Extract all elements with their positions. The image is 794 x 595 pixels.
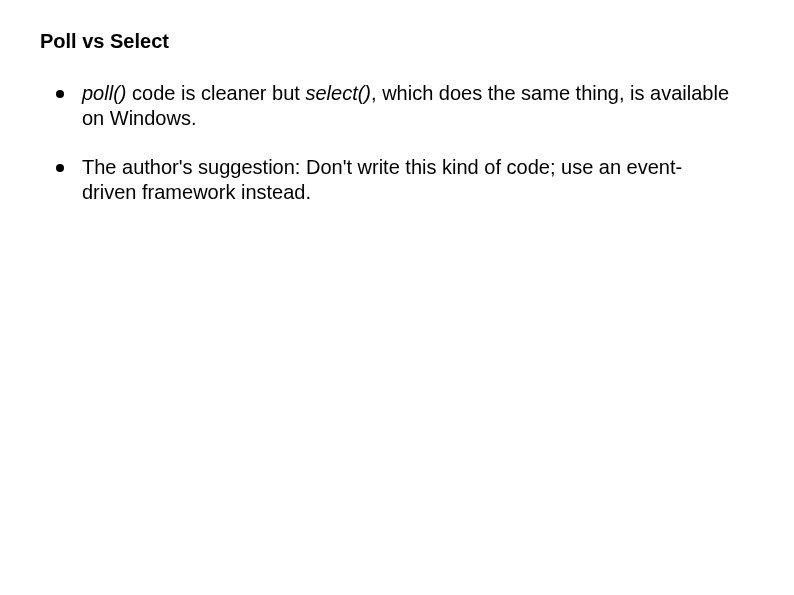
list-item: poll() code is cleaner but select(), whi… (56, 81, 734, 131)
text-run: select() (305, 82, 371, 104)
text-run: The author's suggestion: Don't write thi… (82, 156, 682, 203)
slide-title: Poll vs Select (40, 30, 754, 53)
text-run: poll() (82, 82, 126, 104)
list-item: The author's suggestion: Don't write thi… (56, 155, 734, 205)
bullet-list: poll() code is cleaner but select(), whi… (40, 81, 754, 205)
text-run: code is cleaner but (126, 82, 305, 104)
slide: Poll vs Select poll() code is cleaner bu… (0, 0, 794, 595)
